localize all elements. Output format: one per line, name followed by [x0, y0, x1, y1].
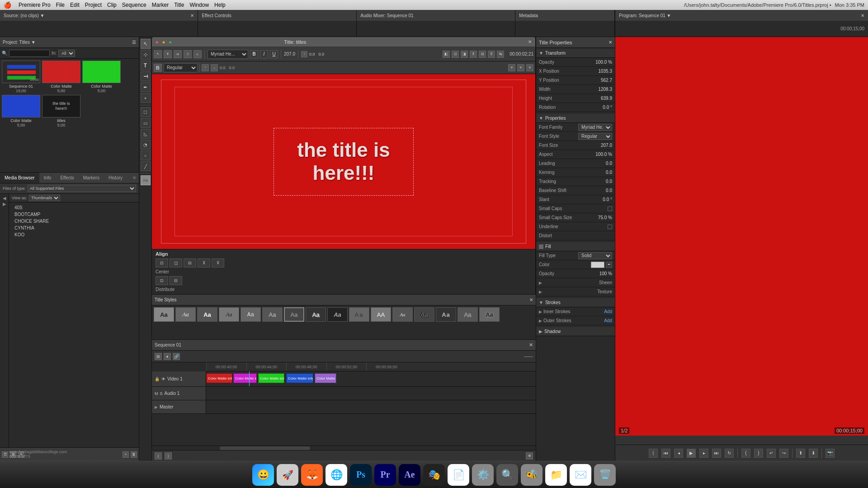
eyedropper-icon[interactable]: ✒: [606, 262, 612, 268]
delete-icon[interactable]: 🗑: [131, 451, 137, 458]
style-swatch-tool[interactable]: Aa: [141, 175, 151, 185]
dock-launchpad[interactable]: 🚀: [277, 464, 298, 486]
underline-btn[interactable]: U: [270, 50, 278, 58]
style-4[interactable]: Aa: [219, 307, 239, 322]
tb-path[interactable]: ⊹: [193, 50, 202, 58]
prev-frame[interactable]: ⟨: [649, 449, 658, 458]
style-2[interactable]: Aa: [175, 307, 196, 322]
clip-3[interactable]: Color Matte icity ▼: [258, 373, 284, 383]
audio-mixer-tab[interactable]: Audio Mixer: Sequence 01: [357, 10, 515, 21]
align-bottom[interactable]: ⊽: [488, 51, 495, 58]
styles-close[interactable]: ✕: [529, 297, 533, 302]
sheen-triangle[interactable]: ▶: [539, 281, 542, 285]
metadata-tab[interactable]: Metadata: [515, 10, 614, 21]
project-item-red-matte[interactable]: Color Matte 5;00: [42, 61, 80, 93]
justify-left[interactable]: ≡: [508, 64, 515, 71]
align-center-h[interactable]: ⊡: [452, 51, 459, 58]
small-caps-checkbox[interactable]: [608, 206, 612, 211]
folder-cynthia[interactable]: CYNTHIA: [11, 225, 137, 231]
bottom-tabs-close[interactable]: ✕: [130, 175, 139, 180]
video-track-eye[interactable]: 👁: [161, 377, 165, 381]
video-track-lock[interactable]: 🔒: [155, 377, 160, 381]
outer-add-btn[interactable]: Add: [604, 318, 612, 323]
properties-section-header[interactable]: ▼ Properties: [536, 114, 615, 123]
align-middle[interactable]: ⊟: [479, 51, 486, 58]
underline-checkbox[interactable]: [608, 225, 612, 229]
project-item-green-matte[interactable]: Color Matte 5;00: [82, 61, 121, 93]
tab-markers[interactable]: Markers: [79, 173, 104, 183]
program-monitor-tab[interactable]: Program: Sequence 01 ▼ ✕: [615, 10, 868, 21]
tab-stops[interactable]: ↹: [497, 51, 504, 58]
monitor-progress-bar[interactable]: [615, 436, 868, 445]
line-tool[interactable]: ╱: [141, 161, 151, 171]
menu-help[interactable]: Help: [214, 2, 226, 8]
menu-marker[interactable]: Marker: [152, 2, 169, 8]
italic-btn[interactable]: I: [260, 50, 268, 58]
style-1[interactable]: Aa: [154, 307, 174, 322]
folder-koo[interactable]: KOO: [11, 231, 137, 238]
anchor-tool[interactable]: ⊹: [141, 50, 151, 60]
tl-snap[interactable]: ⊞: [155, 353, 162, 360]
tab-effects[interactable]: Effects: [56, 173, 78, 183]
arc-tool[interactable]: ◔: [141, 140, 151, 150]
project-item-titles[interactable]: the title ishere!!! titles 5;00: [42, 95, 80, 127]
tb-sub[interactable]: ₊: [211, 64, 218, 71]
play-btn[interactable]: ▶: [687, 449, 696, 458]
dock-finder[interactable]: 😀: [252, 464, 274, 486]
dock-ps[interactable]: Ps: [350, 464, 372, 486]
program-close[interactable]: ✕: [861, 13, 864, 18]
transform-header[interactable]: ▼ Transform: [536, 49, 615, 58]
tb-type2[interactable]: T: [174, 50, 182, 58]
align-btn-2[interactable]: ◫: [170, 258, 182, 267]
folder-bootcamp[interactable]: BOOTCAMP: [11, 211, 137, 218]
style-7[interactable]: Aa: [284, 307, 304, 322]
menu-sequence[interactable]: Sequence: [122, 2, 146, 8]
align-btn-5[interactable]: ⊽: [212, 258, 224, 267]
new-item-icon[interactable]: +: [123, 451, 129, 458]
project-item-blue-matte[interactable]: Color Matte 5;00: [2, 95, 40, 127]
dock-mail[interactable]: ✉️: [570, 464, 591, 486]
master-track-content[interactable]: [206, 400, 536, 413]
folder-choice-share[interactable]: CHOICE SHARE: [11, 218, 137, 225]
color-swatch[interactable]: [591, 262, 604, 268]
clip-2[interactable]: Color Matte icity ▼: [233, 373, 257, 383]
loop-btn[interactable]: ↻: [725, 449, 734, 458]
dock-ae[interactable]: Ae: [399, 464, 420, 486]
style-11[interactable]: AA: [371, 307, 391, 322]
app-name[interactable]: Premiere Pro: [19, 2, 51, 8]
style-6[interactable]: Aa: [262, 307, 283, 322]
mark-out[interactable]: }: [754, 449, 763, 458]
mark-in[interactable]: {: [741, 449, 750, 458]
style-15[interactable]: Aa: [458, 307, 478, 322]
dock-chrome[interactable]: 🌐: [326, 464, 347, 486]
project-in-select[interactable]: All: [58, 50, 75, 57]
fs-value-select[interactable]: Regular: [578, 133, 612, 140]
text-tool-h[interactable]: T: [141, 61, 151, 70]
mb-arrow-right[interactable]: ▶: [3, 202, 6, 206]
style-10[interactable]: Aa: [349, 307, 369, 322]
timeline-scrollbar[interactable]: [152, 446, 536, 450]
clip-4[interactable]: Color Matte icity ▼: [286, 373, 313, 383]
style-13[interactable]: Aa: [414, 307, 434, 322]
ellipse-tool[interactable]: ○: [141, 150, 151, 160]
dock-finder2[interactable]: 🐝: [521, 464, 542, 486]
dock-trash[interactable]: 🗑️: [594, 464, 616, 486]
tl-link[interactable]: 🔗: [173, 353, 180, 360]
audio-mute[interactable]: M: [155, 391, 158, 396]
play-stop-last[interactable]: ⏭: [712, 449, 721, 458]
style-14[interactable]: Aa: [436, 307, 456, 322]
goto-out[interactable]: ↪: [779, 449, 788, 458]
source-close[interactable]: ✕: [190, 13, 194, 18]
dock-spotlight[interactable]: 🔍: [496, 464, 518, 486]
tb-area[interactable]: ⊹: [184, 50, 192, 58]
effect-controls-tab[interactable]: Effect Controls: [198, 10, 356, 21]
mb-arrow-left[interactable]: ◀: [3, 196, 6, 201]
menu-title[interactable]: Title: [174, 2, 184, 8]
step-back[interactable]: ◂: [674, 449, 683, 458]
align-left[interactable]: ◧: [443, 51, 450, 58]
tl-out[interactable]: }: [165, 452, 172, 460]
wedge-tool[interactable]: ◺: [141, 129, 151, 139]
strokes-header[interactable]: ▼ Strokes: [536, 298, 615, 307]
title-window-close-x[interactable]: ✕: [528, 39, 532, 44]
justify-right[interactable]: ≡: [526, 64, 533, 71]
